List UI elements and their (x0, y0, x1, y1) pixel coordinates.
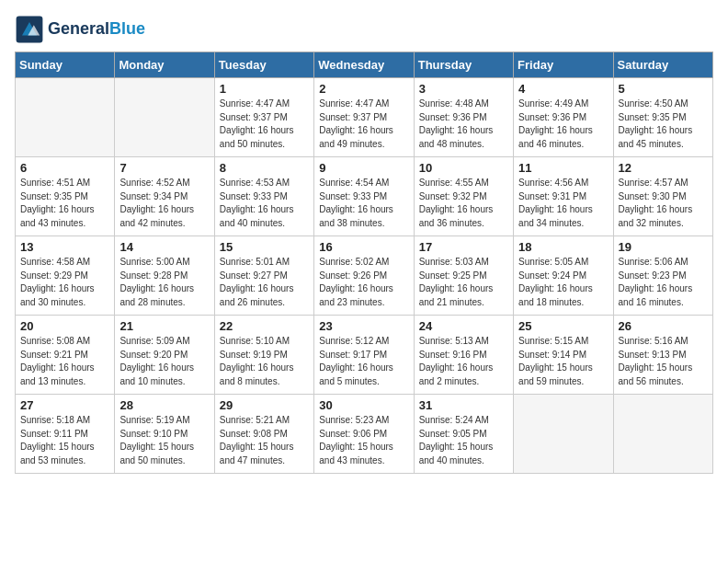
day-number: 11 (518, 161, 608, 175)
day-number: 31 (419, 398, 508, 412)
calendar-cell: 23Sunrise: 5:12 AM Sunset: 9:17 PM Dayli… (314, 316, 414, 395)
calendar-cell: 11Sunrise: 4:56 AM Sunset: 9:31 PM Dayli… (514, 157, 613, 236)
calendar-cell: 30Sunrise: 5:23 AM Sunset: 9:06 PM Dayli… (314, 395, 414, 474)
col-header-sunday: Sunday (16, 52, 115, 78)
calendar-cell: 7Sunrise: 4:52 AM Sunset: 9:34 PM Daylig… (115, 157, 214, 236)
calendar-cell: 4Sunrise: 4:49 AM Sunset: 9:36 PM Daylig… (514, 78, 613, 157)
calendar-cell: 16Sunrise: 5:02 AM Sunset: 9:26 PM Dayli… (314, 236, 414, 316)
calendar-cell: 1Sunrise: 4:47 AM Sunset: 9:37 PM Daylig… (214, 78, 313, 157)
day-number: 9 (319, 161, 408, 175)
calendar-week-row: 1Sunrise: 4:47 AM Sunset: 9:37 PM Daylig… (16, 78, 713, 157)
day-number: 4 (518, 82, 608, 96)
day-number: 18 (518, 240, 608, 254)
calendar-cell: 15Sunrise: 5:01 AM Sunset: 9:27 PM Dayli… (214, 236, 313, 316)
calendar-cell (16, 78, 115, 157)
day-info: Sunrise: 4:54 AM Sunset: 9:33 PM Dayligh… (319, 177, 408, 230)
calendar-cell: 6Sunrise: 4:51 AM Sunset: 9:35 PM Daylig… (16, 157, 115, 236)
day-info: Sunrise: 5:15 AM Sunset: 9:14 PM Dayligh… (518, 335, 608, 388)
day-info: Sunrise: 4:53 AM Sunset: 9:33 PM Dayligh… (220, 177, 309, 230)
col-header-thursday: Thursday (414, 52, 513, 78)
calendar-cell: 13Sunrise: 4:58 AM Sunset: 9:29 PM Dayli… (16, 236, 115, 316)
day-number: 30 (319, 398, 408, 412)
col-header-tuesday: Tuesday (214, 52, 313, 78)
calendar-header-row: SundayMondayTuesdayWednesdayThursdayFrid… (16, 52, 713, 78)
calendar-cell: 19Sunrise: 5:06 AM Sunset: 9:23 PM Dayli… (613, 236, 712, 316)
day-info: Sunrise: 4:57 AM Sunset: 9:30 PM Dayligh… (619, 177, 708, 230)
day-number: 15 (220, 240, 309, 254)
day-number: 20 (20, 319, 109, 333)
calendar-cell: 5Sunrise: 4:50 AM Sunset: 9:35 PM Daylig… (613, 78, 712, 157)
day-number: 3 (419, 82, 508, 96)
day-info: Sunrise: 4:48 AM Sunset: 9:36 PM Dayligh… (419, 98, 508, 151)
calendar-week-row: 6Sunrise: 4:51 AM Sunset: 9:35 PM Daylig… (16, 157, 713, 236)
col-header-monday: Monday (115, 52, 214, 78)
day-info: Sunrise: 5:18 AM Sunset: 9:11 PM Dayligh… (20, 414, 109, 467)
calendar-cell: 26Sunrise: 5:16 AM Sunset: 9:13 PM Dayli… (613, 316, 712, 395)
day-info: Sunrise: 5:10 AM Sunset: 9:19 PM Dayligh… (220, 335, 309, 388)
calendar-week-row: 27Sunrise: 5:18 AM Sunset: 9:11 PM Dayli… (16, 395, 713, 474)
calendar-cell: 9Sunrise: 4:54 AM Sunset: 9:33 PM Daylig… (314, 157, 414, 236)
day-info: Sunrise: 5:05 AM Sunset: 9:24 PM Dayligh… (518, 256, 608, 309)
day-info: Sunrise: 5:19 AM Sunset: 9:10 PM Dayligh… (119, 414, 209, 467)
day-info: Sunrise: 4:55 AM Sunset: 9:32 PM Dayligh… (419, 177, 508, 230)
day-number: 6 (20, 161, 109, 175)
day-number: 7 (119, 161, 209, 175)
calendar-cell: 14Sunrise: 5:00 AM Sunset: 9:28 PM Dayli… (115, 236, 214, 316)
day-info: Sunrise: 5:00 AM Sunset: 9:28 PM Dayligh… (119, 256, 209, 309)
calendar-cell: 31Sunrise: 5:24 AM Sunset: 9:05 PM Dayli… (414, 395, 513, 474)
day-info: Sunrise: 5:23 AM Sunset: 9:06 PM Dayligh… (319, 414, 408, 467)
calendar-cell (613, 395, 712, 474)
calendar-cell: 10Sunrise: 4:55 AM Sunset: 9:32 PM Dayli… (414, 157, 513, 236)
calendar-week-row: 20Sunrise: 5:08 AM Sunset: 9:21 PM Dayli… (16, 316, 713, 395)
calendar-cell: 29Sunrise: 5:21 AM Sunset: 9:08 PM Dayli… (214, 395, 313, 474)
day-info: Sunrise: 5:01 AM Sunset: 9:27 PM Dayligh… (220, 256, 309, 309)
calendar-cell: 3Sunrise: 4:48 AM Sunset: 9:36 PM Daylig… (414, 78, 513, 157)
day-info: Sunrise: 4:47 AM Sunset: 9:37 PM Dayligh… (319, 98, 408, 151)
calendar-cell: 27Sunrise: 5:18 AM Sunset: 9:11 PM Dayli… (16, 395, 115, 474)
day-number: 16 (319, 240, 408, 254)
day-number: 21 (119, 319, 209, 333)
logo: GeneralBlue (15, 15, 145, 44)
day-number: 2 (319, 82, 408, 96)
day-info: Sunrise: 4:56 AM Sunset: 9:31 PM Dayligh… (518, 177, 608, 230)
calendar-cell: 18Sunrise: 5:05 AM Sunset: 9:24 PM Dayli… (514, 236, 613, 316)
calendar-cell: 2Sunrise: 4:47 AM Sunset: 9:37 PM Daylig… (314, 78, 414, 157)
calendar-week-row: 13Sunrise: 4:58 AM Sunset: 9:29 PM Dayli… (16, 236, 713, 316)
day-number: 19 (619, 240, 708, 254)
day-info: Sunrise: 4:49 AM Sunset: 9:36 PM Dayligh… (518, 98, 608, 151)
calendar-cell (115, 78, 214, 157)
day-info: Sunrise: 5:02 AM Sunset: 9:26 PM Dayligh… (319, 256, 408, 309)
day-info: Sunrise: 5:16 AM Sunset: 9:13 PM Dayligh… (619, 335, 708, 388)
col-header-friday: Friday (514, 52, 613, 78)
day-number: 10 (419, 161, 508, 175)
day-info: Sunrise: 5:08 AM Sunset: 9:21 PM Dayligh… (20, 335, 109, 388)
day-info: Sunrise: 5:06 AM Sunset: 9:23 PM Dayligh… (619, 256, 708, 309)
day-info: Sunrise: 5:03 AM Sunset: 9:25 PM Dayligh… (419, 256, 508, 309)
col-header-wednesday: Wednesday (314, 52, 414, 78)
day-number: 25 (518, 319, 608, 333)
day-number: 13 (20, 240, 109, 254)
calendar-table: SundayMondayTuesdayWednesdayThursdayFrid… (15, 52, 713, 474)
calendar-cell: 28Sunrise: 5:19 AM Sunset: 9:10 PM Dayli… (115, 395, 214, 474)
day-number: 22 (220, 319, 309, 333)
day-info: Sunrise: 5:13 AM Sunset: 9:16 PM Dayligh… (419, 335, 508, 388)
day-info: Sunrise: 5:24 AM Sunset: 9:05 PM Dayligh… (419, 414, 508, 467)
calendar-cell: 17Sunrise: 5:03 AM Sunset: 9:25 PM Dayli… (414, 236, 513, 316)
logo-name-line1: GeneralBlue (48, 20, 145, 39)
day-number: 8 (220, 161, 309, 175)
day-info: Sunrise: 4:52 AM Sunset: 9:34 PM Dayligh… (119, 177, 209, 230)
day-number: 27 (20, 398, 109, 412)
page-header: GeneralBlue (15, 15, 713, 44)
day-number: 5 (619, 82, 708, 96)
day-number: 24 (419, 319, 508, 333)
day-number: 12 (619, 161, 708, 175)
logo-icon (15, 15, 44, 44)
calendar-cell: 12Sunrise: 4:57 AM Sunset: 9:30 PM Dayli… (613, 157, 712, 236)
calendar-cell: 8Sunrise: 4:53 AM Sunset: 9:33 PM Daylig… (214, 157, 313, 236)
calendar-cell: 21Sunrise: 5:09 AM Sunset: 9:20 PM Dayli… (115, 316, 214, 395)
day-number: 28 (119, 398, 209, 412)
day-number: 17 (419, 240, 508, 254)
day-info: Sunrise: 4:51 AM Sunset: 9:35 PM Dayligh… (20, 177, 109, 230)
day-info: Sunrise: 4:58 AM Sunset: 9:29 PM Dayligh… (20, 256, 109, 309)
day-number: 29 (220, 398, 309, 412)
